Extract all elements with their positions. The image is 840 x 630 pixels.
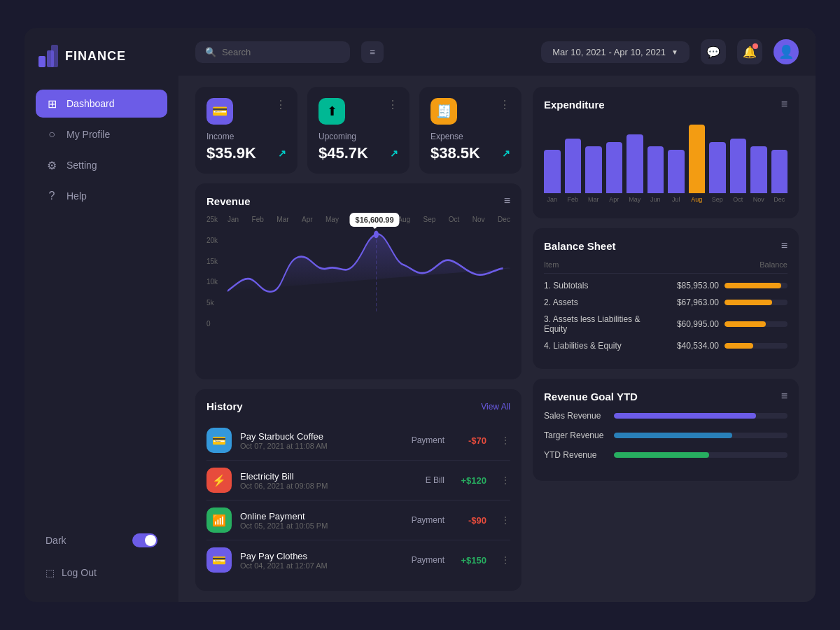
- revenue-filter-icon[interactable]: ≡: [504, 195, 510, 207]
- balance-bar: [724, 321, 766, 327]
- search-input[interactable]: [222, 47, 340, 57]
- logout-icon: ⬚: [46, 567, 55, 578]
- expenditure-filter-icon[interactable]: ≡: [781, 98, 788, 111]
- stat-cards: 💳 ⋮ Income $35.9K ↗ ⬆ ⋮: [195, 87, 522, 174]
- history-date: Oct 07, 2021 at 11:08 AM: [240, 442, 328, 450]
- balance-bar: [724, 343, 753, 349]
- dark-mode-switch[interactable]: [132, 533, 158, 547]
- income-card: 💳 ⋮ Income $35.9K ↗: [195, 87, 298, 174]
- history-item: 💳 Pay Pay Clothes Oct 04, 2021 at 12:07 …: [206, 540, 510, 580]
- date-range-selector[interactable]: Mar 10, 2021 - Apr 10, 2021 ▼: [541, 41, 690, 63]
- balance-bar: [724, 300, 772, 305]
- expense-menu[interactable]: ⋮: [499, 98, 510, 111]
- dark-mode-toggle: Dark: [36, 526, 167, 554]
- logo: FINANCE: [36, 45, 167, 67]
- sidebar-item-my-profile[interactable]: ○ My Profile: [36, 120, 167, 148]
- bar-label: Jul: [672, 196, 680, 203]
- bar: [709, 142, 726, 193]
- history-info: Online Payment Oct 05, 2021 at 10:05 PM: [240, 511, 328, 530]
- notification-dot: [752, 43, 758, 49]
- income-trend: ↗: [278, 148, 286, 159]
- sidebar-item-dashboard[interactable]: ⊞ Dashboard: [36, 90, 167, 118]
- bar-col: Mar: [585, 125, 602, 203]
- income-value: $35.9K: [206, 144, 256, 162]
- setting-icon: ⚙: [46, 159, 58, 172]
- search-icon: 🔍: [205, 47, 216, 57]
- content: 💳 ⋮ Income $35.9K ↗ ⬆ ⋮: [178, 76, 816, 602]
- revenue-goal-card: Revenue Goal YTD ≡ Sales Revenue Targer …: [533, 379, 799, 481]
- expense-card: 🧾 ⋮ Expense $38.5K ↗: [419, 87, 522, 174]
- history-amount: -$70: [458, 435, 486, 446]
- balance-item-amount: $40,534.00: [663, 341, 719, 351]
- balance-item-amount: $60,995.00: [663, 319, 719, 329]
- history-icon: 📶: [206, 507, 232, 533]
- search-bar[interactable]: 🔍: [195, 41, 350, 63]
- bar: [565, 139, 582, 193]
- y-label-20k: 20k: [206, 237, 218, 244]
- avatar[interactable]: 👤: [774, 39, 799, 64]
- logout-label: Log Out: [62, 567, 97, 578]
- avatar-image: 👤: [778, 44, 794, 59]
- bar-label: Jun: [650, 196, 661, 203]
- view-all-button[interactable]: View All: [481, 402, 510, 412]
- history-menu-icon[interactable]: ⋮: [500, 514, 510, 526]
- history-menu-icon[interactable]: ⋮: [500, 435, 510, 446]
- history-card: History View All 💳 Pay Starbuck Coffee O…: [195, 389, 522, 591]
- chart-svg-container: $16,600.99: [227, 216, 510, 314]
- history-item: 📶 Online Payment Oct 05, 2021 at 10:05 P…: [206, 500, 510, 540]
- goal-label: YTD Revenue: [544, 450, 607, 460]
- sidebar-item-setting[interactable]: ⚙ Setting: [36, 151, 167, 179]
- history-menu-icon[interactable]: ⋮: [500, 475, 510, 486]
- chat-button[interactable]: 💬: [701, 39, 726, 64]
- history-date: Oct 05, 2021 at 10:05 PM: [240, 522, 328, 530]
- goal-bar-container: [614, 433, 788, 438]
- bar: [606, 142, 623, 193]
- balance-filter-icon[interactable]: ≡: [781, 239, 788, 252]
- bar: [730, 139, 747, 193]
- revenue-svg: [227, 216, 510, 314]
- bar-label: Jan: [547, 196, 557, 203]
- notification-button[interactable]: 🔔: [737, 39, 762, 64]
- logout-button[interactable]: ⬚ Log Out: [36, 560, 167, 585]
- chat-icon: 💬: [706, 46, 720, 59]
- income-icon: 💳: [206, 98, 233, 125]
- balance-rows: 1. Subtotals $85,953.00 2. Assets $67,96…: [544, 281, 788, 351]
- balance-bar: [724, 283, 781, 288]
- right-panel: Expenditure ≡ Jan Feb Mar Apr May Jun Ju…: [533, 87, 799, 591]
- revenue-goal-title: Revenue Goal YTD: [544, 391, 638, 402]
- svg-rect-0: [38, 56, 46, 67]
- balance-bar-container: [724, 300, 788, 305]
- bar-col: Jan: [544, 125, 561, 203]
- expense-icon: 🧾: [430, 98, 457, 125]
- upcoming-card: ⬆ ⋮ Upcoming $45.7K ↗: [307, 87, 410, 174]
- sidebar-item-help[interactable]: ? Help: [36, 182, 167, 210]
- history-name: Online Payment: [240, 511, 328, 522]
- balance-row: 1. Subtotals $85,953.00: [544, 281, 788, 290]
- upcoming-menu[interactable]: ⋮: [387, 98, 398, 111]
- revenue-chart-card: Revenue ≡ 25k 20k 15k 10k 5k 0: [195, 183, 522, 379]
- y-label-15k: 15k: [206, 258, 218, 265]
- bar: [750, 146, 767, 193]
- history-icon: ⚡: [206, 468, 232, 493]
- goal-rows: Sales Revenue Targer Revenue YTD Revenue: [544, 411, 788, 460]
- income-menu[interactable]: ⋮: [275, 98, 286, 111]
- revenue-goal-filter-icon[interactable]: ≡: [781, 390, 788, 402]
- history-menu-icon[interactable]: ⋮: [500, 554, 510, 566]
- bar-col: Oct: [730, 125, 747, 203]
- history-title: History: [206, 400, 243, 412]
- left-panel: 💳 ⋮ Income $35.9K ↗ ⬆ ⋮: [195, 87, 522, 591]
- balance-item-name: 3. Assets less Liabilities & Equity: [544, 314, 657, 334]
- header: 🔍 ≡ Mar 10, 2021 - Apr 10, 2021 ▼ 💬 🔔 👤: [178, 28, 816, 76]
- revenue-chart-area: 25k 20k 15k 10k 5k 0: [206, 216, 510, 328]
- chart-tooltip: $16,600.99: [350, 213, 400, 227]
- filter-button[interactable]: ≡: [361, 41, 384, 63]
- history-list: 💳 Pay Starbuck Coffee Oct 07, 2021 at 11…: [206, 421, 510, 580]
- bar-col: Jul: [668, 125, 685, 203]
- main-area: 🔍 ≡ Mar 10, 2021 - Apr 10, 2021 ▼ 💬 🔔 👤: [178, 28, 816, 602]
- history-name: Pay Starbuck Coffee: [240, 431, 328, 442]
- balance-item-name: 4. Liabilities & Equity: [544, 341, 657, 351]
- balance-bar-container: [724, 283, 788, 288]
- bar-col: Sep: [709, 125, 726, 203]
- balance-item-amount: $85,953.00: [663, 281, 719, 290]
- bar-col: Feb: [565, 125, 582, 203]
